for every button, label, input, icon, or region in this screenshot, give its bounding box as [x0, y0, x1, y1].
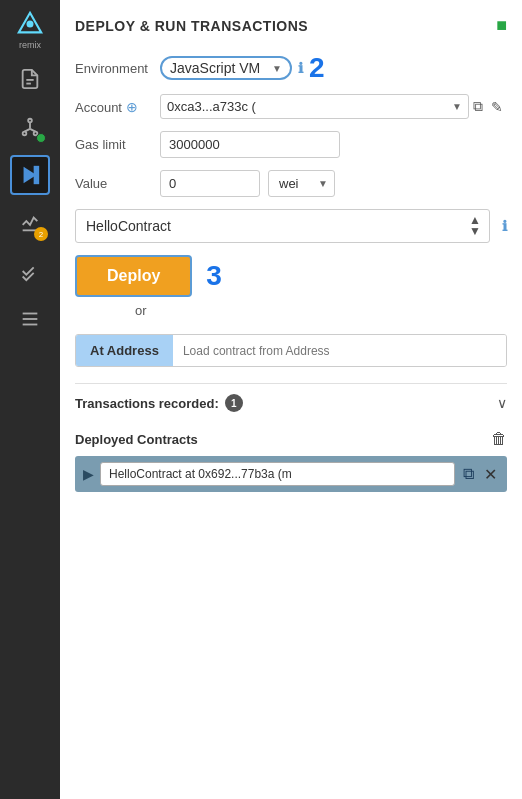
value-label: Value	[75, 176, 160, 191]
deployed-contracts-section: Deployed Contracts 🗑 ▶ ⧉ ✕	[75, 430, 507, 492]
value-input[interactable]	[160, 170, 260, 197]
unit-select[interactable]: wei gwei finney ether	[275, 171, 318, 196]
transactions-row[interactable]: Transactions recorded: 1 ∨	[75, 383, 507, 422]
deployed-contract-copy-button[interactable]: ⧉	[461, 463, 476, 485]
sidebar-item-chart[interactable]: 2	[10, 203, 50, 243]
sidebar: remix 2	[0, 0, 60, 799]
deployed-contract-name-input[interactable]	[100, 462, 455, 486]
account-edit-button[interactable]: ✎	[487, 97, 507, 117]
step-3-label: 3	[206, 262, 222, 290]
remix-logo: remix	[10, 10, 50, 50]
environment-select-wrapper: JavaScript VM Injected Web3 Web3 Provide…	[160, 56, 292, 80]
account-select[interactable]: 0xca3...a733c (	[161, 95, 452, 118]
svg-rect-3	[26, 83, 31, 85]
environment-info-icon[interactable]: ℹ	[298, 60, 303, 76]
deploy-section: Deploy 3 or	[75, 255, 507, 324]
logo-text: remix	[19, 40, 41, 50]
account-row: Account ⊕ 0xca3...a733c ( ▼ ⧉ ✎	[75, 94, 507, 119]
account-label: Account ⊕	[75, 99, 160, 115]
or-text: or	[135, 303, 147, 318]
transactions-chevron-icon: ∨	[497, 395, 507, 411]
transactions-label: Transactions recorded: 1	[75, 394, 243, 412]
unit-dropdown-arrow: ▼	[318, 178, 328, 189]
page-title: DEPLOY & RUN TRANSACTIONS	[75, 18, 308, 34]
contract-info-icon[interactable]: ℹ	[502, 218, 507, 234]
svg-rect-11	[35, 167, 39, 184]
unit-select-wrapper: wei gwei finney ether ▼	[268, 170, 335, 197]
svg-point-1	[27, 21, 34, 28]
gas-limit-row: Gas limit	[75, 131, 507, 158]
environment-select[interactable]: JavaScript VM Injected Web3 Web3 Provide…	[170, 60, 268, 76]
svg-point-5	[23, 132, 27, 136]
deploy-row: Deploy 3	[75, 255, 507, 297]
sidebar-item-verify[interactable]	[10, 251, 50, 291]
contract-row: HelloContract ▲ ▼ ℹ	[75, 209, 507, 243]
env-dropdown-arrow: ▼	[272, 63, 282, 74]
main-panel: DEPLOY & RUN TRANSACTIONS ■ Environment …	[60, 0, 522, 799]
at-address-row: At Address	[75, 334, 507, 367]
transactions-count-badge: 1	[225, 394, 243, 412]
badge-count: 2	[34, 227, 48, 241]
sidebar-item-file[interactable]	[10, 59, 50, 99]
environment-row: Environment JavaScript VM Injected Web3 …	[75, 54, 507, 82]
account-dropdown-arrow: ▼	[452, 101, 468, 112]
account-add-icon[interactable]: ⊕	[126, 99, 138, 115]
value-row: Value wei gwei finney ether ▼	[75, 170, 507, 197]
svg-line-8	[25, 129, 31, 132]
step-2-label: 2	[309, 54, 325, 82]
account-copy-button[interactable]: ⧉	[469, 96, 487, 117]
svg-rect-2	[26, 79, 33, 81]
sidebar-item-git[interactable]	[10, 107, 50, 147]
gas-limit-label: Gas limit	[75, 137, 160, 152]
deployed-contracts-title: Deployed Contracts	[75, 432, 198, 447]
deployed-contract-close-button[interactable]: ✕	[482, 463, 499, 486]
trash-icon[interactable]: 🗑	[491, 430, 507, 448]
contract-select[interactable]: HelloContract	[76, 210, 469, 242]
environment-label: Environment	[75, 61, 160, 76]
deployed-item-expand-icon[interactable]: ▶	[83, 466, 94, 482]
at-address-button[interactable]: At Address	[76, 335, 173, 366]
deployed-contract-item: ▶ ⧉ ✕	[75, 456, 507, 492]
svg-line-9	[30, 129, 36, 132]
sidebar-item-settings[interactable]	[10, 299, 50, 339]
contract-select-wrapper: HelloContract ▲ ▼	[75, 209, 490, 243]
gas-limit-input[interactable]	[160, 131, 340, 158]
active-indicator	[36, 133, 46, 143]
sidebar-item-deploy[interactable]	[10, 155, 50, 195]
at-address-input[interactable]	[173, 335, 506, 366]
contract-arrows: ▲ ▼	[469, 215, 489, 237]
svg-point-4	[28, 119, 32, 123]
page-header: DEPLOY & RUN TRANSACTIONS ■	[75, 15, 507, 36]
account-select-wrapper: 0xca3...a733c ( ▼	[160, 94, 469, 119]
deployed-contracts-header: Deployed Contracts 🗑	[75, 430, 507, 448]
deploy-button[interactable]: Deploy	[75, 255, 192, 297]
header-icon: ■	[496, 15, 507, 36]
